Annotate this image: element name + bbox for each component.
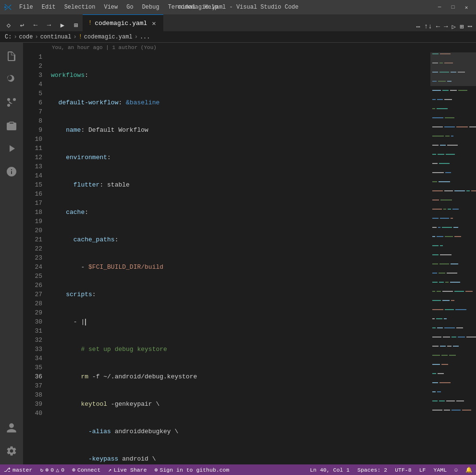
source-control-activity-icon[interactable] xyxy=(0,91,23,114)
notifications-status[interactable]: 🔔 xyxy=(462,464,476,475)
line-number: 3 xyxy=(23,71,42,80)
warnings-icon: △ xyxy=(56,466,59,473)
remote-activity-icon[interactable] xyxy=(0,160,23,183)
line-number: 20 xyxy=(23,226,42,235)
line-number: 25 xyxy=(23,272,42,281)
line-number: 13 xyxy=(23,162,42,171)
language-mode-label: YAML xyxy=(433,467,447,473)
line-number: 21 xyxy=(23,235,42,244)
encoding-status[interactable]: UTF-8 xyxy=(391,464,415,475)
code-editor[interactable]: 1 2 3 4 5 6 7 8 9 10 11 12 13 14 15 16 1… xyxy=(23,52,476,464)
tab-codemagic-yaml[interactable]: ! codemagic.yaml ✕ xyxy=(83,14,163,31)
feedback-status[interactable]: ☺ xyxy=(451,464,462,475)
line-number: 32 xyxy=(23,336,42,345)
run-activity-icon[interactable] xyxy=(0,137,23,160)
code-line: environment: xyxy=(51,153,430,162)
line-number: 12 xyxy=(23,153,42,162)
tab-close-button[interactable]: ✕ xyxy=(150,19,158,27)
toolbar-icon-6[interactable]: ⊞ xyxy=(460,23,464,31)
cursor-position-status[interactable]: Ln 40, Col 1 xyxy=(306,464,354,475)
feedback-icon: ☺ xyxy=(454,467,458,473)
toolbar-icon-4[interactable]: → xyxy=(444,23,448,30)
line-number: 38 xyxy=(23,390,42,400)
menu-debug[interactable]: Debug xyxy=(138,3,163,12)
menu-view[interactable]: View xyxy=(100,3,122,12)
line-number: 29 xyxy=(23,308,42,317)
breadcrumb-code[interactable]: code xyxy=(19,34,33,40)
code-line: keytool -genkeypair \ xyxy=(51,400,430,409)
code-line: -alias androiddebugkey \ xyxy=(51,427,430,436)
code-line: scripts: xyxy=(51,290,430,299)
toolbar-icon-2[interactable]: ↑↓ xyxy=(424,23,432,30)
code-line: -keypass android \ xyxy=(51,454,430,463)
tab-label: codemagic.yaml xyxy=(95,20,147,27)
maximize-button[interactable]: □ xyxy=(447,2,459,12)
menu-edit[interactable]: Edit xyxy=(38,3,60,12)
warnings-count: 0 xyxy=(61,467,64,473)
line-number: 35 xyxy=(23,363,42,372)
line-number: 28 xyxy=(23,299,42,308)
accounts-activity-icon[interactable] xyxy=(0,418,23,441)
breadcrumb-icon: ! xyxy=(79,34,82,40)
toolbar-icon-7[interactable]: ⋯ xyxy=(467,22,472,31)
line-number: 14 xyxy=(23,171,42,180)
extensions-activity-icon[interactable] xyxy=(0,114,23,137)
breadcrumb: C: › code › continual › ! codemagic.yaml… xyxy=(0,31,476,43)
toolbar-prev[interactable]: ← xyxy=(29,19,42,31)
line-ending-label: LF xyxy=(419,467,426,473)
minimap-canvas xyxy=(430,52,476,418)
language-mode-status[interactable]: YAML xyxy=(429,464,451,475)
explorer-icon[interactable] xyxy=(0,45,23,68)
toolbar-next[interactable]: → xyxy=(42,19,56,31)
status-bar: ⎇ master ↻ ⊗ 0 △ 0 ⊕ Connect ↗ Live Shar… xyxy=(0,464,476,475)
toolbar-split[interactable]: ⊞ xyxy=(69,19,83,31)
line-numbers: 1 2 3 4 5 6 7 8 9 10 11 12 13 14 15 16 1… xyxy=(23,52,47,464)
editor-area: You, an hour ago | 1 author (You) 1 2 3 … xyxy=(23,43,476,464)
code-line: cache_paths: xyxy=(51,235,430,244)
git-branch-icon: ⎇ xyxy=(4,466,11,473)
line-ending-status[interactable]: LF xyxy=(415,464,430,475)
tab-icon: ! xyxy=(88,20,92,26)
git-branch-status[interactable]: ⎇ master xyxy=(0,464,36,475)
indentation-label: Spaces: 2 xyxy=(357,467,387,473)
toolbar-icon-1[interactable]: ⋯ xyxy=(416,23,420,31)
menu-file[interactable]: File xyxy=(15,3,37,12)
line-number: 15 xyxy=(23,180,42,189)
errors-icon: ⊗ xyxy=(45,466,49,473)
line-number: 9 xyxy=(23,125,42,135)
github-signin-status[interactable]: ⊕ Sign in to github.com xyxy=(151,464,233,475)
sync-icon: ↻ xyxy=(40,466,43,473)
line-number: 7 xyxy=(23,107,42,116)
connect-icon: ⊕ xyxy=(72,466,75,473)
toolbar-run[interactable]: ▶ xyxy=(56,19,69,31)
breadcrumb-continual[interactable]: continual xyxy=(40,34,72,40)
close-button[interactable]: ✕ xyxy=(461,2,472,12)
line-number: 23 xyxy=(23,253,42,262)
status-bar-right: Ln 40, Col 1 Spaces: 2 UTF-8 LF YAML ☺ 🔔 xyxy=(306,464,476,475)
connect-label: Connect xyxy=(77,467,100,473)
breadcrumb-file[interactable]: codemagic.yaml xyxy=(84,34,133,40)
code-content[interactable]: workflows: default-workflow: &baseline n… xyxy=(47,52,430,464)
breadcrumb-more[interactable]: ... xyxy=(140,34,150,40)
toolbar-refresh[interactable]: ↩ xyxy=(15,19,29,31)
live-share-status[interactable]: ↗ Live Share xyxy=(104,464,150,475)
line-number: 30 xyxy=(23,317,42,326)
indentation-status[interactable]: Spaces: 2 xyxy=(354,464,391,475)
sync-status[interactable]: ↻ ⊗ 0 △ 0 xyxy=(36,464,68,475)
toolbar-icon-5[interactable]: ▷ xyxy=(452,23,455,31)
menu-go[interactable]: Go xyxy=(122,3,137,12)
breadcrumb-c[interactable]: C: xyxy=(5,34,12,40)
line-number: 8 xyxy=(23,116,42,125)
toolbar-back[interactable]: ◇ xyxy=(2,19,15,31)
line-number: 39 xyxy=(23,400,42,409)
git-branch-label: master xyxy=(12,467,32,473)
search-activity-icon[interactable] xyxy=(0,68,23,91)
line-number: 37 xyxy=(23,381,42,390)
menu-selection[interactable]: Selection xyxy=(61,3,99,12)
code-line: name: Default Workflow xyxy=(51,125,430,135)
minimize-button[interactable]: ─ xyxy=(434,2,445,12)
line-number-active: 36 xyxy=(23,372,42,381)
toolbar-icon-3[interactable]: ← xyxy=(436,23,440,30)
settings-activity-icon[interactable] xyxy=(0,441,23,464)
connect-status[interactable]: ⊕ Connect xyxy=(68,464,104,475)
